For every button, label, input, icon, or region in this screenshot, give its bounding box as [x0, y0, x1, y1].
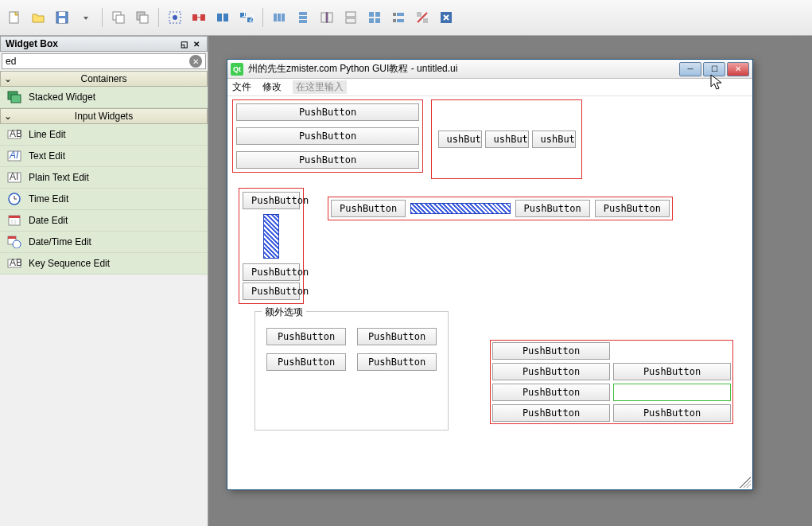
push-button[interactable]: PushButton	[357, 353, 437, 371]
horizontal-spacer[interactable]	[410, 203, 510, 214]
widget-key-sequence-edit[interactable]: ABI Key Sequence Edit	[0, 253, 208, 275]
widget-stacked[interactable]: Stacked Widget	[0, 87, 208, 108]
widget-search[interactable]: ✕	[2, 53, 206, 69]
push-button[interactable]: PushButton	[331, 200, 406, 217]
push-button[interactable]: PushButton	[492, 363, 610, 380]
push-button[interactable]: PushButton	[266, 353, 346, 371]
svg-rect-33	[375, 18, 380, 23]
widget-line-edit[interactable]: ABI Line Edit	[0, 124, 208, 146]
new-file-icon[interactable]	[3, 6, 25, 29]
edit-widgets-icon[interactable]	[164, 6, 186, 29]
svg-rect-58	[8, 236, 16, 239]
push-button[interactable]: PushButton	[613, 363, 731, 380]
widget-box-panel: Widget Box ◱ ✕ ✕ ⌄ Containers Stacked Wi…	[0, 36, 208, 526]
svg-rect-22	[299, 12, 307, 15]
push-button[interactable]: ushButton	[438, 131, 482, 148]
design-canvas[interactable]: Qt 州的先生zmister.com Python GUI教程 - untitl…	[208, 36, 812, 526]
edit-tab-order-icon[interactable]: 12	[235, 6, 258, 29]
widget-date-edit[interactable]: Date Edit	[0, 210, 208, 232]
close-panel-icon[interactable]: ✕	[191, 38, 202, 49]
open-file-icon[interactable]	[27, 6, 49, 29]
widget-datetime-edit[interactable]: Date/Time Edit	[0, 232, 208, 253]
horizontal-layout-2[interactable]: PushButton PushButton PushButton	[328, 197, 673, 220]
vertical-layout-2[interactable]: PushButton PushButton PushButton	[239, 188, 304, 304]
grid-layout[interactable]: PushButton PushButton PushButton PushBut…	[490, 340, 733, 424]
horizontal-layout-1[interactable]: ushButton ushButton ushButton	[431, 99, 582, 179]
save-dropdown-icon[interactable]	[75, 6, 97, 29]
date-edit-icon	[6, 213, 22, 228]
adjust-size-icon[interactable]	[435, 6, 457, 29]
widget-search-input[interactable]	[6, 56, 189, 67]
push-button[interactable]: PushButton	[243, 192, 300, 209]
menu-edit[interactable]: 修改	[262, 80, 282, 94]
widget-time-edit[interactable]: Time Edit	[0, 189, 208, 210]
stacked-widget-icon	[6, 90, 22, 104]
svg-rect-23	[299, 16, 307, 19]
svg-text:AI: AI	[10, 172, 18, 182]
svg-rect-37	[397, 19, 404, 22]
vertical-layout-1[interactable]: PushButton PushButton PushButton	[232, 99, 423, 173]
layout-form-icon[interactable]	[387, 6, 410, 29]
svg-rect-32	[369, 18, 374, 23]
break-layout-icon[interactable]	[411, 6, 433, 29]
widget-text-edit[interactable]: AI Text Edit	[0, 146, 208, 167]
menu-file[interactable]: 文件	[232, 80, 251, 94]
main-toolbar: 12	[0, 0, 812, 36]
push-button[interactable]: PushButton	[492, 404, 610, 422]
widget-plain-text-edit[interactable]: AI Plain Text Edit	[0, 167, 208, 189]
layout-hsplitter-icon[interactable]	[316, 6, 338, 29]
push-button[interactable]: PushButton	[266, 328, 346, 345]
edit-signals-icon[interactable]	[188, 6, 210, 29]
bring-front-icon[interactable]	[131, 6, 153, 29]
copy-icon[interactable]	[107, 6, 130, 29]
svg-rect-21	[282, 14, 285, 21]
save-icon[interactable]	[51, 6, 73, 29]
titlebar[interactable]: Qt 州的先生zmister.com Python GUI教程 - untitl…	[227, 60, 752, 79]
svg-rect-20	[278, 14, 281, 21]
push-button[interactable]: ushButton	[532, 131, 576, 148]
clear-search-icon[interactable]: ✕	[189, 55, 202, 68]
empty-cell	[613, 384, 731, 401]
layout-grid-icon[interactable]	[363, 6, 386, 29]
containers-list: Stacked Widget	[0, 87, 208, 108]
form-body[interactable]: PushButton PushButton PushButton ushButt…	[227, 96, 752, 489]
datetime-edit-icon	[6, 235, 22, 249]
layout-horizontal-icon[interactable]	[268, 6, 290, 29]
separator	[102, 8, 103, 27]
svg-rect-24	[299, 20, 307, 23]
push-button[interactable]: PushButton	[236, 103, 419, 121]
float-panel-icon[interactable]: ◱	[178, 38, 189, 49]
push-button[interactable]: PushButton	[492, 384, 610, 401]
edit-buddies-icon[interactable]	[212, 6, 234, 29]
push-button[interactable]: PushButton	[492, 342, 610, 360]
size-grip[interactable]	[740, 477, 751, 488]
layout-vertical-icon[interactable]	[292, 6, 314, 29]
group-box-title: 额外选项	[262, 306, 306, 319]
push-button[interactable]: PushButton	[595, 200, 670, 217]
form-window[interactable]: Qt 州的先生zmister.com Python GUI教程 - untitl…	[227, 60, 752, 489]
category-input-widgets[interactable]: ⌄ Input Widgets	[0, 108, 208, 124]
push-button[interactable]: PushButton	[236, 127, 419, 145]
minimize-button[interactable]: ─	[679, 62, 701, 76]
push-button[interactable]: ushButton	[485, 131, 529, 148]
push-button[interactable]: PushButton	[357, 328, 437, 345]
push-button[interactable]: PushButton	[515, 200, 590, 217]
menu-type-here[interactable]: 在这里输入	[293, 80, 347, 94]
group-box[interactable]: 额外选项 PushButton PushButton PushButton Pu…	[254, 311, 449, 431]
push-button[interactable]: PushButton	[243, 282, 300, 300]
svg-rect-38	[417, 12, 422, 17]
svg-rect-54	[9, 216, 20, 218]
svg-rect-13	[217, 14, 222, 21]
category-label: Input Widgets	[75, 111, 133, 122]
close-button[interactable]: ✕	[727, 62, 749, 76]
maximize-button[interactable]: ☐	[703, 62, 725, 76]
svg-rect-19	[274, 14, 277, 21]
widget-label: Plain Text Edit	[29, 172, 89, 183]
widget-label: Stacked Widget	[29, 92, 95, 103]
push-button[interactable]: PushButton	[236, 151, 419, 169]
category-containers[interactable]: ⌄ Containers	[0, 71, 208, 87]
push-button[interactable]: PushButton	[243, 263, 300, 281]
push-button[interactable]: PushButton	[613, 404, 731, 422]
vertical-spacer[interactable]	[263, 214, 279, 259]
layout-vsplitter-icon[interactable]	[340, 6, 362, 29]
